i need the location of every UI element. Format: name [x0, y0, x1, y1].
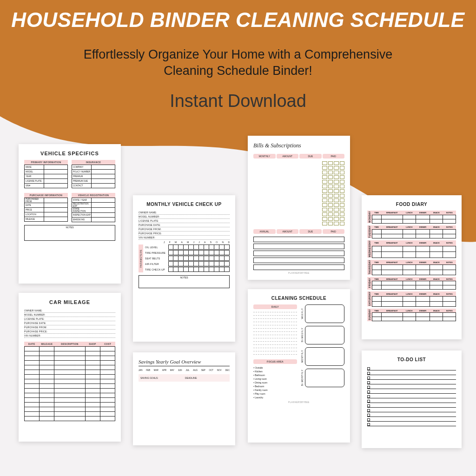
parameters-label: PARAMETERS: [139, 245, 143, 272]
footer-brand: PLANNERSBYBEE: [253, 401, 344, 403]
sheet-title: Bills & Subscriptions: [253, 142, 344, 149]
col-header: AMOUNT: [277, 154, 299, 159]
col-header: PAID: [323, 154, 345, 159]
mileage-grid: [24, 346, 115, 421]
col-header: DESCRIPTION: [54, 343, 85, 345]
sheet-savings-yearly-goal: Savings Yearly Goal Overview JANFEBMARAP…: [133, 352, 235, 445]
sheet-bills-subscriptions: Bills & Subscriptions MONTHLY AMOUNT DUE…: [248, 136, 350, 280]
savings-goals-label: SAVING GOALS:: [139, 377, 185, 379]
month-row: JANFEBMARAPRMAYJUNJULAUGSEPOCTNOVDEC: [139, 369, 230, 371]
col-header: MILEAGE: [40, 343, 55, 345]
sheet-car-mileage: CAR MILEAGE OWNER NAME:MODEL NUMBER:LICE…: [19, 293, 121, 442]
col-header: MONTHLY: [253, 154, 276, 159]
section-header: INSURANCE: [72, 160, 115, 165]
section-header: VEHICLE REGISTRATION: [72, 193, 115, 198]
col-header: COST: [100, 343, 115, 345]
col-header: SHOP: [85, 343, 100, 345]
col-header: PAID: [323, 229, 345, 234]
sheet-title: Savings Yearly Goal Overview: [139, 359, 230, 366]
sheet-monthly-vehicle-checkup: MONTHLY VEHICLE CHECK UP OWNER NAME:MODE…: [133, 195, 235, 342]
deadline-label: DEADLINE:: [185, 377, 230, 379]
subtitle-line-1: Effortlessly Organize Your Home with a C…: [84, 47, 392, 61]
daily-header: DAILY: [253, 304, 297, 309]
sheet-title: CAR MILEAGE: [24, 299, 115, 305]
section-header: PURCHASE INFORMATION: [24, 193, 68, 198]
section-header: PRIMARY INFORMATION: [24, 160, 68, 165]
sheet-title: VEHICLE SPECIFICS: [24, 151, 115, 156]
page-title: HOUSEHOLD BINDER CLEANING SCHEDULE: [0, 8, 476, 32]
instant-download-label: Instant Download: [0, 91, 476, 111]
sheet-cleaning-schedule: CLEANING SCHEDULE DAILY FOCUS AREA • Out…: [248, 289, 350, 443]
sheet-title: CLEANING SCHEDULE: [253, 296, 344, 301]
sheet-title: FOOD DIARY: [367, 202, 456, 207]
col-header: DUE: [299, 154, 322, 159]
subtitle-line-2: Cleaning Schedule Binder!: [164, 64, 312, 78]
page-subtitle: Effortlessly Organize Your Home with a C…: [0, 46, 476, 79]
col-header: DATE: [24, 343, 40, 345]
sheet-food-diary: FOOD DIARY MONDAYTIMEBREAKFASTLUNCHDINNE…: [362, 195, 462, 339]
sheet-vehicle-specifics: VEHICLE SPECIFICS PRIMARY INFORMATION MA…: [19, 144, 121, 284]
sheet-title: TO-DO LIST: [367, 357, 456, 362]
col-header: AMOUNT: [277, 229, 299, 234]
footer-brand: PLANNERSBYBEE: [253, 272, 344, 274]
sheet-title: MONTHLY VEHICLE CHECK UP: [139, 202, 230, 207]
sheet-todo-list: TO-DO LIST: [362, 350, 462, 448]
month-header: JFMAMJJASOND: [164, 241, 230, 244]
col-header: ANNUAL: [253, 229, 276, 234]
notes-box: NOTES: [139, 275, 230, 288]
col-header: DUE: [299, 229, 322, 234]
focus-area-header: FOCUS AREA: [253, 359, 297, 364]
notes-box: NOTES: [24, 225, 115, 241]
